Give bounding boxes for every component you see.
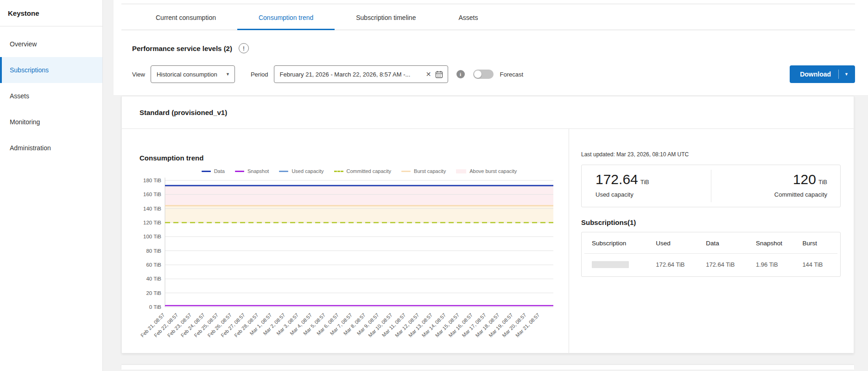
- period-label: Period: [251, 71, 268, 78]
- sidebar-item-administration[interactable]: Administration: [0, 135, 102, 161]
- tab-bar: Current consumptionConsumption trendSubs…: [121, 4, 855, 30]
- sidebar: Keystone OverviewSubscriptionsAssetsMoni…: [0, 0, 103, 371]
- legend-item-used-capacity[interactable]: Used capacity: [279, 168, 323, 174]
- calendar-icon[interactable]: [435, 70, 443, 78]
- y-tick-label: 60 TiB: [146, 262, 161, 268]
- committed-capacity-stat: 120TiB Committed capacity: [711, 165, 841, 207]
- card-title: Standard (provisioned_v1): [122, 96, 854, 129]
- tab-current-consumption[interactable]: Current consumption: [134, 4, 237, 30]
- y-tick-label: 20 TiB: [146, 290, 161, 296]
- chart-legend: DataSnapshotUsed capacityCommitted capac…: [165, 168, 553, 174]
- view-select[interactable]: Historical consumption ▼: [151, 65, 235, 83]
- download-menu-caret-icon[interactable]: ▼: [844, 72, 849, 77]
- tab-subscription-timeline[interactable]: Subscription timeline: [335, 4, 437, 30]
- tab-assets[interactable]: Assets: [437, 4, 499, 30]
- legend-item-committed-capacity[interactable]: Committed capacity: [334, 168, 392, 174]
- service-level-card: Standard (provisioned_v1) Consumption tr…: [121, 96, 854, 353]
- column-header-data: Data: [703, 232, 753, 254]
- cell-subscription: [584, 254, 653, 277]
- legend-item-above-burst-capacity[interactable]: Above burst capacity: [456, 168, 517, 174]
- y-tick-label: 80 TiB: [146, 248, 161, 254]
- info-icon[interactable]: i: [456, 70, 465, 78]
- top-panel: Current consumptionConsumption trendSubs…: [114, 0, 868, 95]
- sidebar-item-assets[interactable]: Assets: [0, 83, 102, 109]
- burst-region: [165, 206, 553, 223]
- column-header-burst: Burst: [799, 232, 837, 254]
- committed-capacity-value: 120: [793, 172, 816, 187]
- forecast-label: Forecast: [500, 71, 524, 78]
- view-label: View: [132, 71, 145, 78]
- toggle-knob: [474, 70, 482, 78]
- subscriptions-table: SubscriptionUsedDataSnapshotBurst 172.64…: [581, 232, 841, 277]
- y-tick-label: 160 TiB: [143, 192, 161, 197]
- sidebar-item-monitoring[interactable]: Monitoring: [0, 109, 102, 135]
- sidebar-item-overview[interactable]: Overview: [0, 31, 102, 57]
- summary-panel: Last updated: Mar 23, 2026, 08:10 AM UTC…: [569, 129, 854, 353]
- legend-label: Snapshot: [247, 168, 269, 174]
- used-capacity-value: 172.64: [596, 172, 638, 187]
- chart-section: Consumption trend DataSnapshotUsed capac…: [122, 129, 569, 353]
- last-updated-text: Last updated: Mar 23, 2026, 08:10 AM UTC: [581, 151, 841, 158]
- y-tick-label: 140 TiB: [143, 206, 161, 211]
- chevron-down-icon: ▼: [226, 72, 230, 77]
- used-capacity-unit: TiB: [640, 179, 649, 186]
- cell-burst: 144 TiB: [799, 254, 837, 277]
- legend-label: Data: [214, 168, 225, 174]
- legend-label: Above burst capacity: [469, 168, 517, 174]
- chart-title: Consumption trend: [139, 154, 569, 162]
- cell-used: 172.64 TiB: [653, 254, 703, 277]
- used-capacity-stat: 172.64TiB Used capacity: [582, 165, 711, 207]
- column-header-subscription: Subscription: [584, 232, 653, 254]
- brand-title: Keystone: [0, 0, 102, 26]
- legend-item-snapshot[interactable]: Snapshot: [235, 168, 269, 174]
- y-tick-label: 120 TiB: [143, 220, 161, 225]
- x-tick-label: Mar 21, 08:57: [514, 312, 540, 338]
- y-tick-label: 180 TiB: [143, 178, 161, 183]
- view-select-value: Historical consumption: [157, 71, 226, 78]
- clear-icon[interactable]: ✕: [422, 70, 435, 78]
- legend-label: Burst capacity: [414, 168, 446, 174]
- column-header-snapshot: Snapshot: [753, 232, 799, 254]
- cell-data: 172.64 TiB: [703, 254, 753, 277]
- period-value: February 21, 2026 - March 22, 2026, 8:57…: [280, 71, 422, 78]
- used-capacity-label: Used capacity: [596, 191, 698, 198]
- above-burst-region: [165, 186, 553, 205]
- tab-consumption-trend[interactable]: Consumption trend: [237, 4, 335, 30]
- forecast-toggle[interactable]: [473, 70, 494, 79]
- cell-snapshot: 1.96 TiB: [753, 254, 799, 277]
- controls-row: View Historical consumption ▼ Period Feb…: [132, 65, 855, 83]
- alert-info-icon[interactable]: !: [239, 43, 249, 53]
- top-divider: [121, 0, 855, 4]
- legend-swatch: [401, 171, 411, 172]
- next-section-edge: [121, 365, 854, 370]
- redacted-subscription-name: [592, 261, 629, 268]
- legend-label: Committed capacity: [347, 168, 392, 174]
- committed-capacity-label: Committed capacity: [725, 191, 828, 198]
- legend-swatch: [456, 169, 466, 173]
- legend-swatch: [235, 171, 244, 172]
- legend-swatch: [202, 171, 211, 172]
- table-row: 172.64 TiB172.64 TiB1.96 TiB144 TiB: [584, 254, 837, 277]
- download-label: Download: [800, 70, 831, 78]
- committed-capacity-unit: TiB: [818, 179, 827, 186]
- sidebar-nav: OverviewSubscriptionsAssetsMonitoringAdm…: [0, 26, 102, 161]
- period-input[interactable]: February 21, 2026 - March 22, 2026, 8:57…: [274, 65, 448, 83]
- subscriptions-title: Subscriptions(1): [581, 218, 841, 226]
- main-area: Current consumptionConsumption trendSubs…: [103, 0, 868, 371]
- download-button[interactable]: Download ▼: [790, 65, 855, 83]
- y-tick-label: 0 TiB: [149, 304, 162, 310]
- legend-item-data[interactable]: Data: [202, 168, 225, 174]
- y-tick-label: 40 TiB: [146, 276, 161, 281]
- legend-item-burst-capacity[interactable]: Burst capacity: [401, 168, 446, 174]
- legend-swatch: [334, 171, 343, 172]
- section-title: Performance service levels (2): [132, 45, 232, 52]
- y-tick-label: 100 TiB: [143, 234, 161, 239]
- button-divider: [838, 70, 839, 79]
- legend-swatch: [279, 171, 288, 172]
- column-header-used: Used: [653, 232, 703, 254]
- legend-label: Used capacity: [291, 168, 323, 174]
- capacity-stats-card: 172.64TiB Used capacity 120TiB Committed…: [581, 165, 841, 207]
- sidebar-item-subscriptions[interactable]: Subscriptions: [0, 57, 102, 83]
- consumption-trend-chart: 0 TiB20 TiB40 TiB60 TiB80 TiB100 TiB120 …: [122, 174, 562, 348]
